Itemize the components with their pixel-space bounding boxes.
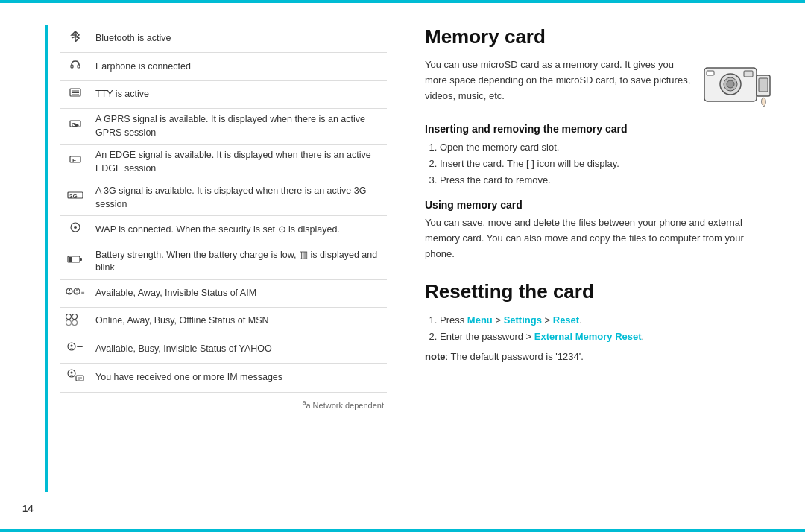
bluetooth-icon xyxy=(60,25,91,53)
cyan-accent-bar xyxy=(45,25,48,492)
row-text: Available, Busy, Invisible Status of YAH… xyxy=(91,335,387,363)
svg-rect-42 xyxy=(759,78,768,92)
edge-icon: E xyxy=(60,145,91,180)
row-text: TTY is active xyxy=(91,80,387,108)
step-item: Press the card to remove. xyxy=(440,172,775,189)
svg-point-31 xyxy=(71,371,73,373)
row-text: Battery strength. When the battery charg… xyxy=(91,244,387,279)
table-row: E An EDGE signal is available. It is dis… xyxy=(60,145,387,180)
battery-icon xyxy=(60,244,91,279)
insert-title: Inserting and removing the memory card xyxy=(425,123,775,135)
ext-memory-link[interactable]: External Memory Reset xyxy=(534,331,642,342)
svg-point-14 xyxy=(74,226,77,229)
svg-rect-17 xyxy=(69,257,72,262)
table-row: Online, Away, Busy, Offline Status of MS… xyxy=(60,307,387,335)
insert-steps: Open the memory card slot. Insert the ca… xyxy=(425,139,775,189)
resetting-section: Resetting the card Press Menu > Settings… xyxy=(425,280,775,362)
table-row: TTY is active xyxy=(60,80,387,108)
row-text: A GPRS signal is available. It is displa… xyxy=(91,109,387,145)
im-icon xyxy=(60,363,91,392)
page-number: 14 xyxy=(22,503,33,514)
note-block: note: The default password is '1234'. xyxy=(425,351,775,362)
reset-link[interactable]: Reset xyxy=(553,314,579,326)
icon-table: Bluetooth is active Earphone is connecte… xyxy=(60,25,387,393)
step-sep: > xyxy=(493,314,504,326)
svg-text:3G: 3G xyxy=(69,193,78,200)
row-text: Earphone is connected xyxy=(91,53,387,80)
camera-illustration xyxy=(701,60,775,113)
svg-rect-0 xyxy=(71,65,73,68)
footnote: aa Network dependent xyxy=(60,399,387,410)
table-row: Bluetooth is active xyxy=(60,25,387,53)
memory-card-section: Memory card You can use microSD card as … xyxy=(425,25,775,262)
step-sep2: > xyxy=(542,314,553,326)
note-label: note xyxy=(425,351,445,362)
svg-rect-39 xyxy=(744,71,753,77)
svg-point-28 xyxy=(71,345,73,347)
settings-link[interactable]: Settings xyxy=(504,314,542,326)
svg-point-19 xyxy=(69,288,70,290)
svg-point-38 xyxy=(727,80,734,88)
svg-point-26 xyxy=(72,320,78,325)
svg-text:≡: ≡ xyxy=(81,289,85,296)
step-prefix: Enter the password > xyxy=(440,331,534,342)
step-item: Enter the password > External Memory Res… xyxy=(440,329,775,345)
resetting-title: Resetting the card xyxy=(425,280,775,303)
msn-icon xyxy=(60,307,91,335)
table-row: Earphone is connected xyxy=(60,53,387,80)
table-row: Battery strength. When the battery charg… xyxy=(60,244,387,279)
wap-icon xyxy=(60,216,91,244)
row-text: A 3G signal is available. It is displaye… xyxy=(91,180,387,216)
tty-icon xyxy=(60,80,91,108)
svg-point-23 xyxy=(66,314,72,319)
using-text: You can save, move and delete the files … xyxy=(425,215,775,262)
memory-card-title: Memory card xyxy=(425,25,775,48)
step-prefix: Press xyxy=(440,314,467,326)
earphone-icon xyxy=(60,53,91,80)
yahoo-icon xyxy=(60,335,91,363)
table-row: ≡ Available, Away, Invisible Status of A… xyxy=(60,279,387,307)
table-row: WAP is connected. When the security is s… xyxy=(60,216,387,244)
svg-text:E: E xyxy=(72,157,77,164)
left-panel: Bluetooth is active Earphone is connecte… xyxy=(0,3,402,529)
svg-rect-32 xyxy=(76,376,83,381)
svg-point-25 xyxy=(66,320,72,325)
resetting-steps: Press Menu > Settings > Reset. Enter the… xyxy=(425,312,775,345)
menu-link[interactable]: Menu xyxy=(467,314,493,326)
gprs-icon: G ▶ xyxy=(60,109,91,145)
note-text: : The default password is '1234'. xyxy=(445,351,583,362)
row-text: WAP is connected. When the security is s… xyxy=(91,216,387,244)
right-panel: Memory card You can use microSD card as … xyxy=(402,3,805,529)
3g-icon: 3G xyxy=(60,180,91,216)
svg-rect-29 xyxy=(77,346,83,347)
table-row: 3G A 3G signal is available. It is displ… xyxy=(60,180,387,216)
row-text: Bluetooth is active xyxy=(91,25,387,53)
memory-card-intro: You can use microSD card as a memory car… xyxy=(425,57,693,104)
svg-point-24 xyxy=(72,314,78,319)
table-row: Available, Busy, Invisible Status of YAH… xyxy=(60,335,387,363)
svg-rect-1 xyxy=(78,65,80,68)
step-item: Press Menu > Settings > Reset. xyxy=(440,312,775,329)
using-title: Using memory card xyxy=(425,199,775,211)
table-row: You have received one or more IM message… xyxy=(60,363,387,392)
aim-icon: ≡ xyxy=(60,279,91,307)
step-suffix: . xyxy=(579,314,582,326)
bottom-accent-bar xyxy=(0,529,805,532)
step-item: Open the memory card slot. xyxy=(440,139,775,156)
svg-rect-16 xyxy=(80,258,82,261)
table-row: G ▶ A GPRS signal is available. It is di… xyxy=(60,109,387,145)
row-text: An EDGE signal is available. It is displ… xyxy=(91,145,387,180)
row-text: You have received one or more IM message… xyxy=(91,363,387,392)
svg-point-21 xyxy=(76,288,78,290)
step-suffix: . xyxy=(642,331,645,342)
row-text: Available, Away, Invisible Status of AIM xyxy=(91,279,387,307)
row-text: Online, Away, Busy, Offline Status of MS… xyxy=(91,307,387,335)
svg-rect-40 xyxy=(707,71,714,75)
step-item: Insert the card. The [ ] icon will be di… xyxy=(440,156,775,172)
